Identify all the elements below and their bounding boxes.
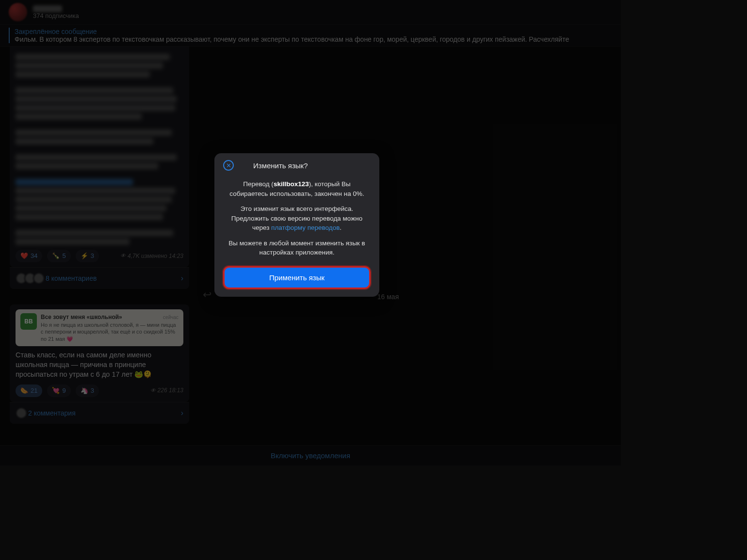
translation-platform-link[interactable]: платформу переводов [271,224,340,231]
embedded-reply[interactable]: ВВ Все зовут меня «школьной» сейчас Но я… [16,309,183,346]
eye-icon: 👁 [120,252,126,259]
enable-notifications-button[interactable]: Включить уведомления [0,445,621,465]
message-body: Ставь класс, если на самом деле именно ш… [16,350,183,380]
comments-label: 2 комментария [28,409,177,417]
reactions-row: 🌭 21 💘 9 🦄 3 👁 226 18:13 [16,384,183,397]
modal-body: Перевод (skillbox123), который Вы собира… [223,179,371,257]
modal-title: Изменить язык? [253,161,308,170]
close-icon: ✕ [226,162,231,169]
reaction[interactable]: ❤️ 34 [16,250,42,262]
reaction-count: 9 [62,386,65,395]
embed-text: Но я не пицца из школьной столовой, я — … [41,321,179,342]
reaction-count: 3 [91,252,94,260]
pinned-message[interactable]: Закреплённое сообщение Фильм. В котором … [0,24,621,47]
reaction-count: 5 [62,252,65,260]
pinned-label: Закреплённое сообщение [15,28,612,35]
chevron-right-icon: › [181,409,183,417]
champagne-icon: 🍾 [52,252,60,260]
message[interactable]: ❤️ 34 🍾 5 ⚡ 3 👁 4,7K изменено 14:23 [10,47,189,267]
reaction[interactable]: 🦄 3 [76,384,99,397]
reaction[interactable]: 🌭 21 [16,384,42,397]
share-icon[interactable]: ↩ [203,288,211,301]
reaction-count: 21 [31,386,37,395]
reactions-row: ❤️ 34 🍾 5 ⚡ 3 👁 4,7K изменено 14:23 [16,250,183,262]
embed-badge-icon: ВВ [20,313,37,330]
heart-arrow-icon: 💘 [52,386,60,395]
views-meta: 👁 226 18:13 [150,386,183,395]
bolt-icon: ⚡ [81,252,88,260]
chevron-right-icon: › [181,274,183,283]
comments-label: 8 комментариев [46,274,177,282]
heart-icon: ❤️ [20,252,28,260]
comments-button[interactable]: 8 комментариев › [10,267,189,289]
reaction[interactable]: 💘 9 [47,384,70,397]
translation-name: skillbox123 [274,180,309,188]
header: 374 подписчика [0,0,621,24]
embed-title: Все зовут меня «школьной» [41,313,122,321]
reaction[interactable]: ⚡ 3 [76,250,99,262]
embed-time: сейчас [163,314,179,321]
comments-button[interactable]: 2 комментария › [10,402,189,424]
hotdog-icon: 🌭 [20,386,28,395]
channel-avatar-icon[interactable] [9,3,27,21]
message[interactable]: ВВ Все зовут меня «школьной» сейчас Но я… [10,304,189,402]
commenter-avatar-icon [33,272,45,284]
pinned-text: Фильм. В котором 8 экспертов по текстово… [15,35,612,43]
change-language-modal: ✕ Изменить язык? Перевод (skillbox123), … [214,153,379,297]
channel-title[interactable] [33,5,62,12]
reaction-count: 34 [31,252,37,260]
eye-icon: 👁 [150,387,156,394]
reaction-count: 3 [91,386,94,395]
views-meta: 👁 4,7K изменено 14:23 [120,252,183,260]
reaction[interactable]: 🍾 5 [47,250,70,262]
unicorn-icon: 🦄 [81,386,88,395]
apply-language-button[interactable]: Применить язык [223,266,371,289]
subscribers-count: 374 подписчика [33,12,79,19]
commenter-avatar-icon [16,407,27,419]
blurred-text [16,54,183,245]
close-button[interactable]: ✕ [223,160,234,171]
